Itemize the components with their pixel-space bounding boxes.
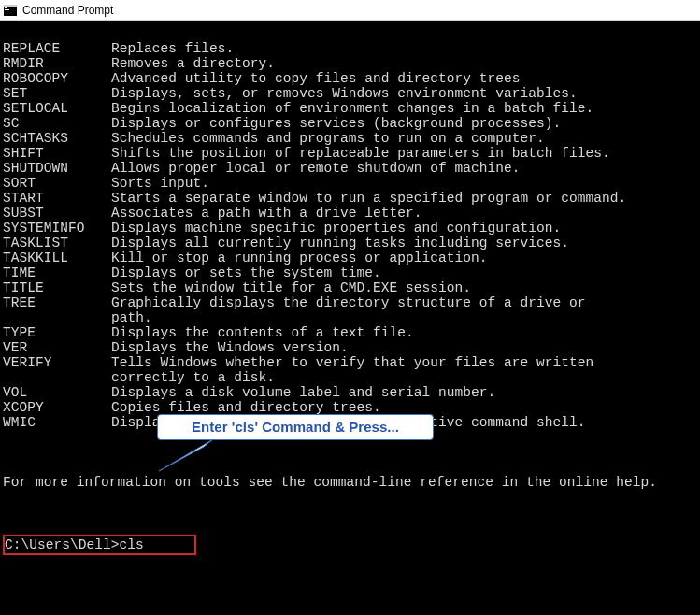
help-command-desc: Kill or stop a running process or applic… <box>111 250 488 265</box>
help-command-desc: Advanced utility to copy files and direc… <box>111 71 521 86</box>
annotation-callout: Enter 'cls' Command & Press... <box>157 414 434 440</box>
help-line-cont: path. <box>3 310 697 325</box>
help-command-desc: Sorts input. <box>111 176 209 191</box>
prompt-command[interactable]: cls <box>120 537 144 552</box>
help-command-name: SETLOCAL <box>3 101 111 116</box>
help-command-desc: Shifts the position of replaceable param… <box>111 146 610 161</box>
help-command-name: TYPE <box>3 325 111 340</box>
prompt-path: C:\Users\Dell> <box>5 537 120 552</box>
help-line: TITLESets the window title for a CMD.EXE… <box>3 280 697 295</box>
help-line: ROBOCOPYAdvanced utility to copy files a… <box>3 71 697 86</box>
help-command-name: RMDIR <box>3 56 111 71</box>
svg-rect-3 <box>5 9 9 10</box>
help-line: TASKLISTDisplays all currently running t… <box>3 236 697 250</box>
help-command-name: TREE <box>3 295 111 310</box>
help-line: VERDisplays the Windows version. <box>3 340 697 355</box>
help-line: STARTStarts a separate window to run a s… <box>3 191 697 206</box>
help-command-desc: Displays the Windows version. <box>111 340 349 355</box>
help-line: TYPEDisplays the contents of a text file… <box>3 325 697 340</box>
help-command-name: SYSTEMINFO <box>3 221 111 236</box>
help-command-name: START <box>3 191 111 206</box>
help-line: SUBSTAssociates a path with a drive lett… <box>3 206 697 221</box>
help-command-name: VER <box>3 340 111 355</box>
help-command-desc: Removes a directory. <box>111 56 275 71</box>
help-command-name: SORT <box>3 176 111 191</box>
help-command-desc-cont: correctly to a disk. <box>3 370 275 385</box>
help-command-name: VOL <box>3 385 111 400</box>
help-line: TREEGraphically displays the directory s… <box>3 295 697 310</box>
help-command-name: SHIFT <box>3 146 111 161</box>
help-command-name: SHUTDOWN <box>3 161 111 176</box>
help-line: SETLOCALBegins localization of environme… <box>3 101 697 116</box>
help-command-desc: Tells Windows whether to verify that you… <box>111 355 593 370</box>
help-command-desc: Displays, sets, or removes Windows envir… <box>111 86 578 101</box>
help-command-name: REPLACE <box>3 41 111 56</box>
help-command-desc-cont: path. <box>3 310 152 325</box>
help-line: REPLACEReplaces files. <box>3 41 697 56</box>
help-command-name: WMIC <box>3 415 111 430</box>
help-command-desc: Replaces files. <box>111 41 234 56</box>
help-command-name: SET <box>3 86 111 101</box>
help-command-name: TITLE <box>3 280 111 295</box>
help-command-name: TIME <box>3 265 111 280</box>
help-line: VOLDisplays a disk volume label and seri… <box>3 385 697 400</box>
annotation-text: Enter 'cls' Command & Press... <box>192 420 399 435</box>
help-line-cont: correctly to a disk. <box>3 370 697 385</box>
help-command-name: SCHTASKS <box>3 131 111 146</box>
help-command-name: TASKLIST <box>3 236 111 250</box>
help-line: TIMEDisplays or sets the system time. <box>3 265 697 280</box>
prompt-highlight: C:\Users\Dell>cls <box>3 535 196 555</box>
svg-rect-2 <box>5 7 7 8</box>
help-line: TASKKILLKill or stop a running process o… <box>3 250 697 265</box>
help-line: SETDisplays, sets, or removes Windows en… <box>3 86 697 101</box>
help-command-desc: Displays the contents of a text file. <box>111 325 414 340</box>
help-command-desc: Associates a path with a drive letter. <box>111 206 422 221</box>
help-command-desc: Schedules commands and programs to run o… <box>111 131 545 146</box>
help-command-name: XCOPY <box>3 400 111 415</box>
help-line: RMDIRRemoves a directory. <box>3 56 697 71</box>
help-line: SCHTASKSSchedules commands and programs … <box>3 131 697 146</box>
help-command-desc: Displays a disk volume label and serial … <box>111 385 495 400</box>
help-line: SYSTEMINFODisplays machine specific prop… <box>3 221 697 236</box>
help-command-desc: Displays machine specific properties and… <box>111 221 561 236</box>
help-command-desc: Displays or sets the system time. <box>111 265 381 280</box>
terminal-output[interactable]: REPLACEReplaces files.RMDIRRemoves a dir… <box>0 21 700 615</box>
help-command-name: VERIFY <box>3 355 111 370</box>
help-line: XCOPYCopies files and directory trees. <box>3 400 697 415</box>
help-command-desc: Allows proper local or remote shutdown o… <box>111 161 521 176</box>
help-command-name: ROBOCOPY <box>3 71 111 86</box>
help-line: VERIFYTells Windows whether to verify th… <box>3 355 697 370</box>
help-command-name: SC <box>3 116 111 131</box>
help-command-desc: Starts a separate window to run a specif… <box>111 191 626 206</box>
help-command-name: TASKKILL <box>3 250 111 265</box>
help-footer: For more information on tools see the co… <box>3 475 657 490</box>
help-line: SHIFTShifts the position of replaceable … <box>3 146 697 161</box>
help-command-desc: Displays or configures services (backgro… <box>111 116 561 131</box>
help-command-name: SUBST <box>3 206 111 221</box>
svg-rect-1 <box>4 5 17 7</box>
help-line: SHUTDOWNAllows proper local or remote sh… <box>3 161 697 176</box>
window-titlebar[interactable]: Command Prompt <box>0 0 700 21</box>
cmd-icon <box>4 4 17 17</box>
help-line: SCDisplays or configures services (backg… <box>3 116 697 131</box>
help-command-desc: Begins localization of environment chang… <box>111 101 593 116</box>
help-command-desc: Sets the window title for a CMD.EXE sess… <box>111 280 471 295</box>
window-title: Command Prompt <box>22 4 113 17</box>
help-command-desc: Copies files and directory trees. <box>111 400 381 415</box>
help-line: SORTSorts input. <box>3 176 697 191</box>
help-command-desc: Graphically displays the directory struc… <box>111 295 586 310</box>
help-command-desc: Displays all currently running tasks inc… <box>111 236 569 250</box>
